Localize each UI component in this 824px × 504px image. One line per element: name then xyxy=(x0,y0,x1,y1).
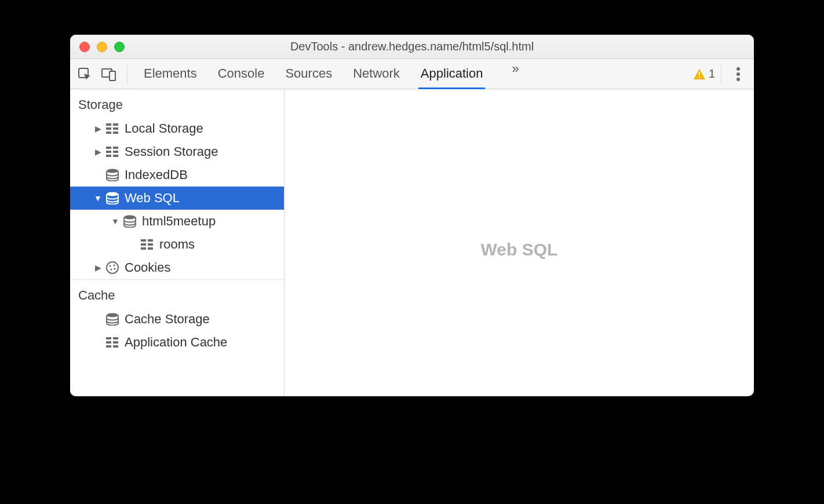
main-placeholder: Web SQL xyxy=(481,240,558,260)
close-window-button[interactable] xyxy=(79,42,90,52)
svg-rect-35 xyxy=(113,341,118,344)
svg-rect-34 xyxy=(106,341,111,344)
svg-point-28 xyxy=(113,264,115,266)
chevron-right-icon: ▶ xyxy=(93,124,103,133)
application-sidebar: Storage ▶ Local Storage ▶ Session Storag… xyxy=(70,89,285,396)
database-icon xyxy=(105,313,120,326)
svg-rect-33 xyxy=(113,337,118,339)
svg-rect-4 xyxy=(699,76,700,78)
device-toggle-icon[interactable] xyxy=(101,67,116,82)
svg-rect-20 xyxy=(141,239,146,242)
window-title: DevTools - andrew.hedges.name/html5/sql.… xyxy=(70,40,754,53)
chevron-right-icon: ▶ xyxy=(93,263,103,272)
devtools-toolbar: Elements Console Sources Network Applica… xyxy=(70,59,754,89)
sidebar-item-label: Cache Storage xyxy=(125,312,210,327)
svg-rect-9 xyxy=(106,132,111,134)
svg-point-19 xyxy=(124,216,136,220)
svg-rect-7 xyxy=(106,127,111,130)
kebab-icon xyxy=(737,72,740,76)
devtools-window: DevTools - andrew.hedges.name/html5/sql.… xyxy=(70,35,754,396)
svg-rect-6 xyxy=(113,123,118,126)
table-icon xyxy=(105,336,120,349)
table-icon xyxy=(105,122,120,135)
svg-rect-21 xyxy=(148,239,153,242)
database-icon xyxy=(105,169,120,181)
toolbar-right-group: 1 xyxy=(681,65,747,83)
svg-point-30 xyxy=(114,268,115,269)
window-controls xyxy=(70,42,125,52)
section-header-storage: Storage xyxy=(70,89,284,117)
tab-console[interactable]: Console xyxy=(218,61,265,87)
sidebar-item-label: rooms xyxy=(159,237,195,252)
svg-rect-37 xyxy=(113,345,118,348)
sidebar-item-rooms[interactable]: ▶ rooms xyxy=(70,233,284,256)
chevron-down-icon: ▼ xyxy=(93,193,103,203)
cookie-icon xyxy=(105,261,120,274)
svg-rect-25 xyxy=(148,247,153,250)
svg-rect-22 xyxy=(141,243,146,246)
sidebar-item-session-storage[interactable]: ▶ Session Storage xyxy=(70,140,284,163)
sidebar-item-label: Cookies xyxy=(125,260,170,275)
svg-rect-24 xyxy=(141,247,146,250)
svg-point-27 xyxy=(109,265,111,266)
settings-menu-button[interactable] xyxy=(730,72,747,76)
sidebar-item-cookies[interactable]: ▶ Cookies xyxy=(70,256,284,279)
svg-rect-11 xyxy=(106,147,111,149)
tab-network[interactable]: Network xyxy=(353,61,400,87)
svg-rect-14 xyxy=(113,151,118,153)
section-header-cache: Cache xyxy=(70,279,284,308)
minimize-window-button[interactable] xyxy=(97,42,107,52)
tabs-overflow-icon[interactable]: » xyxy=(504,61,527,87)
svg-rect-16 xyxy=(113,155,118,157)
sidebar-item-label: Local Storage xyxy=(125,121,203,136)
tab-application[interactable]: Application xyxy=(421,61,483,87)
sidebar-item-label: html5meetup xyxy=(142,214,216,229)
svg-rect-23 xyxy=(148,243,153,246)
sidebar-item-label: Session Storage xyxy=(125,144,218,159)
zoom-window-button[interactable] xyxy=(114,42,125,52)
svg-point-31 xyxy=(107,313,118,317)
warnings-indicator[interactable]: 1 xyxy=(688,65,721,83)
sidebar-item-web-sql[interactable]: ▼ Web SQL xyxy=(70,187,284,210)
svg-rect-10 xyxy=(113,132,118,134)
tab-elements[interactable]: Elements xyxy=(144,61,197,87)
devtools-tabs: Elements Console Sources Network Applica… xyxy=(144,61,681,87)
svg-rect-12 xyxy=(113,147,118,149)
warning-count: 1 xyxy=(709,67,715,81)
svg-rect-15 xyxy=(106,155,111,157)
svg-rect-2 xyxy=(110,71,115,81)
chevron-down-icon: ▼ xyxy=(111,217,120,226)
toolbar-left-group xyxy=(77,64,127,84)
chevron-right-icon: ▶ xyxy=(93,147,103,156)
svg-rect-32 xyxy=(106,337,111,339)
inspect-element-icon[interactable] xyxy=(77,67,92,82)
main-pane: Web SQL xyxy=(285,89,754,396)
svg-rect-8 xyxy=(113,127,118,130)
sidebar-item-label: Web SQL xyxy=(125,191,180,206)
database-icon xyxy=(105,192,120,204)
tab-sources[interactable]: Sources xyxy=(285,61,332,87)
svg-rect-3 xyxy=(699,72,700,75)
svg-point-18 xyxy=(107,192,118,196)
sidebar-item-indexeddb[interactable]: ▶ IndexedDB xyxy=(70,163,284,187)
sidebar-item-application-cache[interactable]: ▶ Application Cache xyxy=(70,331,284,354)
svg-rect-36 xyxy=(106,345,111,348)
titlebar: DevTools - andrew.hedges.name/html5/sql.… xyxy=(70,35,754,59)
sidebar-item-label: Application Cache xyxy=(125,335,227,350)
table-icon xyxy=(140,238,155,251)
table-icon xyxy=(105,145,120,158)
sidebar-item-local-storage[interactable]: ▶ Local Storage xyxy=(70,117,284,140)
svg-rect-13 xyxy=(106,151,111,153)
sidebar-item-label: IndexedDB xyxy=(125,167,188,182)
svg-point-29 xyxy=(110,268,112,270)
svg-point-26 xyxy=(107,262,118,273)
sidebar-item-cache-storage[interactable]: ▶ Cache Storage xyxy=(70,308,284,331)
sidebar-item-html5meetup[interactable]: ▼ html5meetup xyxy=(70,210,284,233)
svg-point-17 xyxy=(107,169,118,173)
devtools-body: Storage ▶ Local Storage ▶ Session Storag… xyxy=(70,89,754,396)
database-icon xyxy=(122,215,137,228)
warning-icon xyxy=(694,69,705,79)
svg-rect-5 xyxy=(106,123,111,126)
